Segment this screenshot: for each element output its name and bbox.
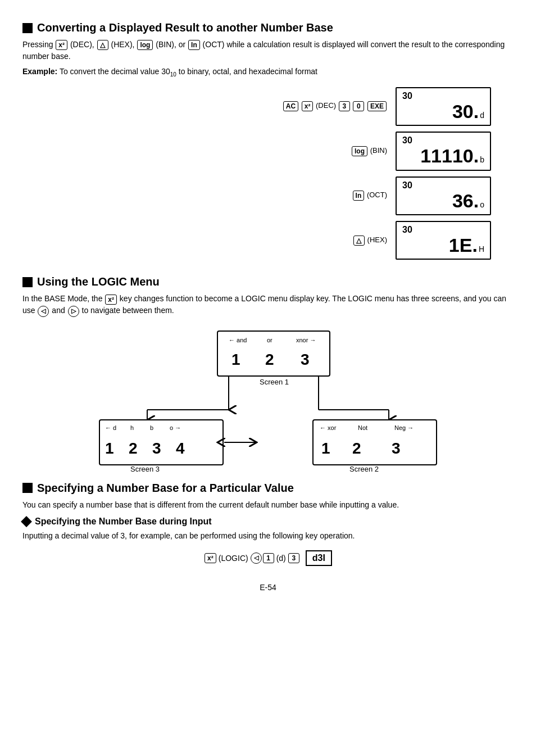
svg-text:3: 3 xyxy=(301,351,310,368)
key-0: 0 xyxy=(353,101,364,111)
display-input-1: 30 xyxy=(402,91,484,101)
section3-paragraph: You can specify a number base that is di… xyxy=(22,499,514,511)
svg-text:← xor: ← xor xyxy=(320,424,337,431)
key-seq-1: AC x² (DEC) 3 0 EXE xyxy=(264,101,387,111)
black-square-icon-2 xyxy=(22,277,33,287)
key-3: 3 xyxy=(339,101,350,111)
svg-text:Not: Not xyxy=(358,424,367,431)
logic-diagram-wrapper: ← and or xnor → 1 2 3 Screen 1 ← d h b o… xyxy=(22,325,514,472)
key-hex-btn: △ xyxy=(97,40,108,50)
svg-text:2: 2 xyxy=(265,351,274,368)
svg-text:Screen 1: Screen 1 xyxy=(260,378,289,386)
svg-text:1: 1 xyxy=(231,351,240,368)
key-exe: EXE xyxy=(367,101,387,111)
key-ac: AC xyxy=(283,101,298,111)
svg-text:o →: o → xyxy=(170,424,181,431)
display-box-4: 30 1E.H xyxy=(396,221,491,260)
svg-text:Neg →: Neg → xyxy=(394,424,414,431)
key-operation-row: x² (LOGIC) ◁ 1 (d) 3 d3I xyxy=(22,550,514,566)
key-dec: x² xyxy=(56,40,67,50)
section2-paragraph: In the BASE Mode, the x² key changes fun… xyxy=(22,293,514,316)
display-suffix-4: H xyxy=(479,245,484,253)
key-in: In xyxy=(353,191,365,201)
display-result-1: 30.d xyxy=(402,101,484,122)
converting-row-1: AC x² (DEC) 3 0 EXE 30 30.d xyxy=(264,87,491,126)
section1-example: Example: To convert the decimal value 30… xyxy=(22,66,514,79)
svg-text:1: 1 xyxy=(321,440,330,457)
key-seq-3: In (OCT) xyxy=(264,191,387,201)
svg-text:3: 3 xyxy=(152,440,161,457)
key-3-s3: 3 xyxy=(288,553,299,563)
display-suffix-3: o xyxy=(480,200,484,209)
key-seq-2: log (BIN) xyxy=(264,146,387,156)
svg-text:xnor →: xnor → xyxy=(296,337,316,343)
display-box-2: 30 11110.b xyxy=(396,132,491,170)
converting-row-2: log (BIN) 30 11110.b xyxy=(264,132,491,170)
svg-text:2: 2 xyxy=(352,440,361,457)
black-square-icon xyxy=(22,23,33,33)
converting-row-3: In (OCT) 30 36.o xyxy=(264,176,491,215)
section2-heading: Using the LOGIC Menu xyxy=(22,275,514,288)
display-result-3: 36.o xyxy=(402,191,484,211)
svg-text:or: or xyxy=(267,337,272,343)
section3-heading: Specifying a Number Base for a Particula… xyxy=(22,482,514,495)
logic-diagram-svg: ← and or xnor → 1 2 3 Screen 1 ← d h b o… xyxy=(88,325,448,472)
display-result-2: 11110.b xyxy=(402,146,484,166)
svg-text:Screen 2: Screen 2 xyxy=(349,465,379,472)
svg-text:2: 2 xyxy=(129,440,138,457)
display-input-3: 30 xyxy=(402,180,484,191)
key-x2-logic: x² xyxy=(105,295,117,305)
section1: Converting a Displayed Result to another… xyxy=(22,21,514,265)
section2: Using the LOGIC Menu In the BASE Mode, t… xyxy=(22,275,514,471)
svg-text:b: b xyxy=(150,424,153,431)
result-display-s3: d3I xyxy=(306,550,332,566)
section1-paragraph: Pressing x² (DEC), △ (HEX), log (BIN), o… xyxy=(22,39,514,62)
page-footer: E-54 xyxy=(22,583,514,592)
key-log: log xyxy=(352,146,367,156)
section3-sub-paragraph: Inputting a decimal value of 3, for exam… xyxy=(22,530,514,542)
display-box-3: 30 36.o xyxy=(396,176,491,215)
key-oct: In xyxy=(188,40,200,50)
converting-layout: AC x² (DEC) 3 0 EXE 30 30.d log (BIN) 30… xyxy=(22,87,514,266)
key-1-s3: 1 xyxy=(263,553,274,563)
key-left-s3: ◁ xyxy=(251,553,262,564)
svg-text:4: 4 xyxy=(176,440,185,457)
diamond-icon xyxy=(21,516,32,527)
svg-text:h: h xyxy=(130,424,134,431)
svg-text:1: 1 xyxy=(105,440,114,457)
display-suffix-2: b xyxy=(480,155,484,164)
display-box-1: 30 30.d xyxy=(396,87,491,126)
key-triangle: △ xyxy=(353,236,365,246)
section1-heading: Converting a Displayed Result to another… xyxy=(22,21,514,34)
key-seq-4: △ (HEX) xyxy=(264,236,387,246)
display-input-4: 30 xyxy=(402,225,484,235)
svg-text:3: 3 xyxy=(392,440,401,457)
svg-text:← d: ← d xyxy=(105,424,116,431)
converting-row-4: △ (HEX) 30 1E.H xyxy=(264,221,491,260)
black-square-icon-3 xyxy=(22,483,33,493)
key-left-nav: ◁ xyxy=(38,306,49,317)
section3: Specifying a Number Base for a Particula… xyxy=(22,482,514,566)
display-result-4: 1E.H xyxy=(402,235,484,256)
key-right-nav: ▷ xyxy=(68,306,79,317)
svg-text:Screen 3: Screen 3 xyxy=(130,465,160,472)
display-suffix-1: d xyxy=(480,111,484,120)
svg-rect-14 xyxy=(99,420,223,465)
key-x2-s3: x² xyxy=(205,553,216,563)
key-bin: log xyxy=(137,40,153,50)
display-input-2: 30 xyxy=(402,135,484,146)
key-x2: x² xyxy=(302,101,314,111)
sub-heading-specifying: Specifying the Number Base during Input xyxy=(22,517,514,527)
svg-text:← and: ← and xyxy=(229,337,247,343)
